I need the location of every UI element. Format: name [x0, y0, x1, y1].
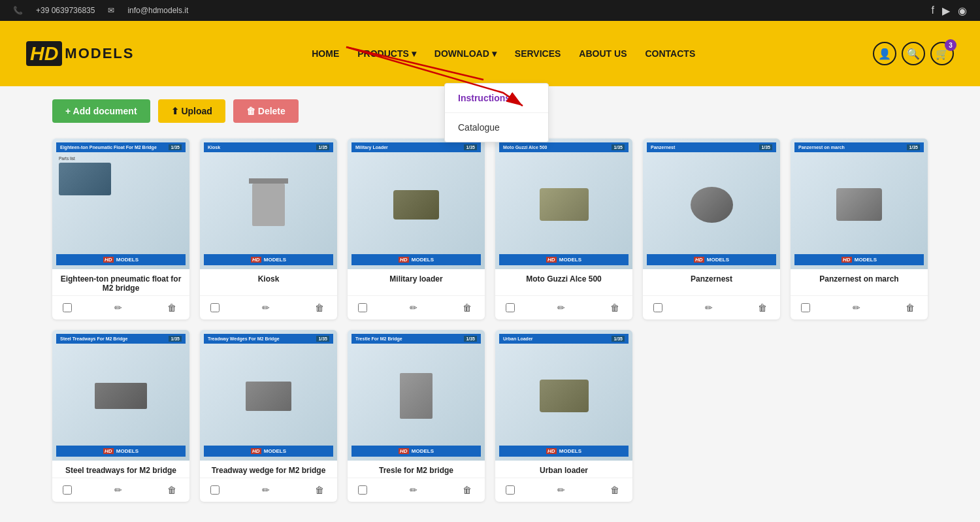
cart-button[interactable]: 🛒 3 [930, 42, 954, 65]
product-edit-3[interactable]: ✏ [555, 301, 568, 314]
product-card-0: Eighteen-ton Pneumatic Float For M2 Brid… [52, 139, 189, 319]
product-edit-8[interactable]: ✏ [407, 483, 420, 497]
product-checkbox-6[interactable] [63, 485, 72, 495]
product-card-8: Trestle For M2 Bridge 1/35 HD MODELS Tre… [348, 330, 485, 502]
nav-icons: 👤 🔍 🛒 3 [873, 42, 954, 65]
product-image-4: Panzernest 1/35 HD MODELS [643, 139, 780, 269]
cart-badge: 3 [945, 39, 956, 51]
product-actions-7: ✏ 🗑 [200, 478, 337, 502]
product-name-5: Panzernest on march [791, 269, 928, 295]
product-name-8: Tresle for M2 bridge [348, 461, 485, 478]
product-name-9: Urban loader [495, 461, 632, 478]
product-actions-0: ✏ 🗑 [52, 295, 189, 319]
search-button[interactable]: 🔍 [902, 42, 925, 65]
product-checkbox-1[interactable] [210, 303, 220, 312]
product-image-6: Steel Treadways For M2 Bridge 1/35 HD MO… [52, 330, 189, 461]
chevron-down-icon-download: ▾ [492, 48, 497, 59]
email-icon: ✉ [108, 6, 114, 15]
product-actions-9: ✏ 🗑 [495, 478, 632, 502]
product-name-1: Kiosk [200, 269, 337, 295]
product-delete-3[interactable]: 🗑 [608, 301, 622, 314]
logo-models: MODELS [65, 45, 134, 62]
logo-hd: HD [26, 41, 62, 66]
user-button[interactable]: 👤 [873, 42, 896, 65]
product-card-6: Steel Treadways For M2 Bridge 1/35 HD MO… [52, 330, 189, 502]
product-card-5: Panzernest on march 1/35 HD MODELS Panze… [791, 139, 928, 319]
product-delete-9[interactable]: 🗑 [608, 483, 622, 497]
product-delete-7[interactable]: 🗑 [312, 483, 327, 497]
product-image-3: Moto Guzzi Alce 500 1/35 HD MODELS [495, 139, 632, 269]
product-delete-1[interactable]: 🗑 [312, 301, 327, 314]
youtube-icon[interactable]: ▶ [942, 5, 950, 17]
product-edit-9[interactable]: ✏ [555, 483, 568, 497]
delete-button[interactable]: 🗑 Delete [233, 99, 299, 123]
product-name-6: Steel treadways for M2 bridge [52, 461, 189, 478]
product-delete-8[interactable]: 🗑 [460, 483, 474, 497]
product-delete-4[interactable]: 🗑 [755, 301, 770, 314]
product-edit-2[interactable]: ✏ [407, 301, 420, 314]
dropdown-catalogue[interactable]: Catalogue [445, 113, 548, 142]
product-image-9: Urban Loader 1/35 HD MODELS [495, 330, 632, 461]
product-card-9: Urban Loader 1/35 HD MODELS Urban loader… [495, 330, 632, 502]
product-edit-4[interactable]: ✏ [702, 301, 715, 314]
product-edit-6[interactable]: ✏ [112, 483, 125, 497]
nav-services[interactable]: SERVICES [507, 43, 569, 64]
instagram-icon[interactable]: ◉ [958, 5, 967, 17]
product-delete-0[interactable]: 🗑 [165, 301, 179, 314]
product-card-7: Treadway Wedges For M2 Bridge 1/35 HD MO… [200, 330, 337, 502]
download-dropdown: Instructions Catalogue [444, 83, 549, 142]
product-card-2: Military Loader 1/35 HD MODELS Military … [348, 139, 485, 319]
product-card-1: Kiosk 1/35 HD MODELS Kiosk ✏ [200, 139, 337, 319]
product-grid-row1: Eighteen-ton Pneumatic Float For M2 Brid… [52, 139, 928, 319]
product-image-7: Treadway Wedges For M2 Bridge 1/35 HD MO… [200, 330, 337, 461]
search-icon: 🔍 [907, 48, 920, 60]
phone-icon: 📞 [13, 6, 23, 15]
empty-slot-1 [643, 330, 780, 502]
product-name-0: Eighteen-ton pneumatic float for M2 brid… [52, 269, 189, 295]
nav-download[interactable]: DOWNLOAD ▾ [427, 43, 504, 64]
chevron-down-icon: ▾ [412, 48, 416, 59]
product-checkbox-8[interactable] [358, 485, 367, 495]
header: HD MODELS HOME PRODUCTS ▾ DOWNLOAD ▾ SER… [0, 21, 980, 86]
email-link[interactable]: info@hdmodels.it [127, 6, 188, 15]
product-checkbox-3[interactable] [506, 303, 515, 312]
product-image-1: Kiosk 1/35 HD MODELS [200, 139, 337, 269]
product-actions-3: ✏ 🗑 [495, 295, 632, 319]
dropdown-instructions[interactable]: Instructions [445, 84, 548, 113]
product-edit-5[interactable]: ✏ [850, 301, 863, 314]
product-actions-1: ✏ 🗑 [200, 295, 337, 319]
product-actions-8: ✏ 🗑 [348, 478, 485, 502]
logo[interactable]: HD MODELS [26, 41, 134, 66]
product-checkbox-2[interactable] [358, 303, 367, 312]
product-delete-5[interactable]: 🗑 [903, 301, 917, 314]
product-edit-1[interactable]: ✏ [259, 301, 272, 314]
add-document-button[interactable]: + Add document [52, 99, 150, 123]
product-delete-6[interactable]: 🗑 [165, 483, 179, 497]
phone-number: +39 0639736835 [36, 6, 95, 15]
main-content: + Add document ⬆ Upload 🗑 Delete Eightee… [33, 86, 947, 515]
product-image-8: Trestle For M2 Bridge 1/35 HD MODELS [348, 330, 485, 461]
product-checkbox-0[interactable] [63, 303, 72, 312]
product-image-0: Eighteen-ton Pneumatic Float For M2 Brid… [52, 139, 189, 269]
product-image-5: Panzernest on march 1/35 HD MODELS [791, 139, 928, 269]
product-checkbox-5[interactable] [801, 303, 810, 312]
product-checkbox-9[interactable] [506, 485, 515, 495]
nav-products[interactable]: PRODUCTS ▾ [350, 43, 424, 64]
nav-home[interactable]: HOME [304, 43, 347, 64]
product-checkbox-4[interactable] [653, 303, 662, 312]
top-bar-contact: 📞 +39 0639736835 ✉ info@hdmodels.it [13, 6, 188, 15]
product-delete-2[interactable]: 🗑 [460, 301, 474, 314]
upload-button[interactable]: ⬆ Upload [158, 99, 225, 123]
product-name-2: Military loader [348, 269, 485, 295]
nav-contacts[interactable]: CONTACTS [637, 43, 703, 64]
product-edit-0[interactable]: ✏ [112, 301, 125, 314]
product-actions-2: ✏ 🗑 [348, 295, 485, 319]
product-actions-4: ✏ 🗑 [643, 295, 780, 319]
product-actions-5: ✏ 🗑 [791, 295, 928, 319]
nav-about-us[interactable]: ABOUT US [571, 43, 634, 64]
product-checkbox-7[interactable] [210, 485, 220, 495]
product-card-4: Panzernest 1/35 HD MODELS Panzernest ✏ 🗑 [643, 139, 780, 319]
facebook-icon[interactable]: f [932, 5, 934, 16]
product-actions-6: ✏ 🗑 [52, 478, 189, 502]
product-edit-7[interactable]: ✏ [259, 483, 272, 497]
